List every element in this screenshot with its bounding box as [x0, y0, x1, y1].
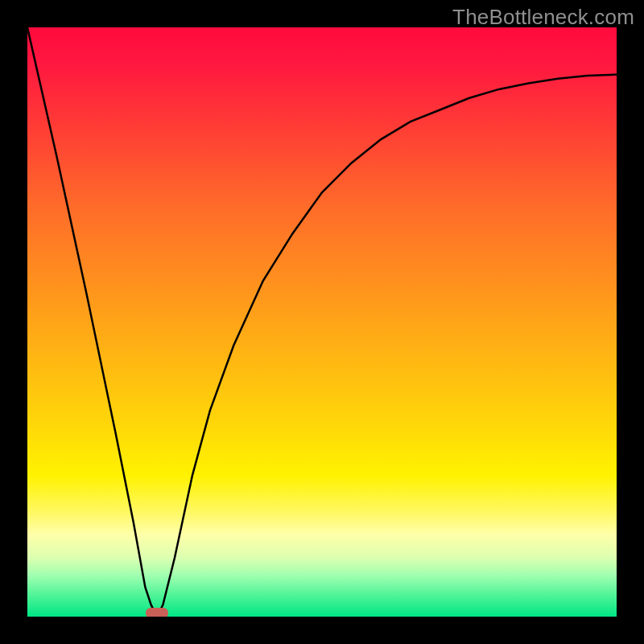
- plot-area: [27, 27, 617, 617]
- curve-layer: [27, 27, 617, 617]
- watermark-text: TheBottleneck.com: [452, 5, 634, 30]
- optimum-marker: [146, 608, 168, 617]
- bottleneck-curve: [27, 27, 617, 617]
- chart-container: TheBottleneck.com: [0, 0, 644, 644]
